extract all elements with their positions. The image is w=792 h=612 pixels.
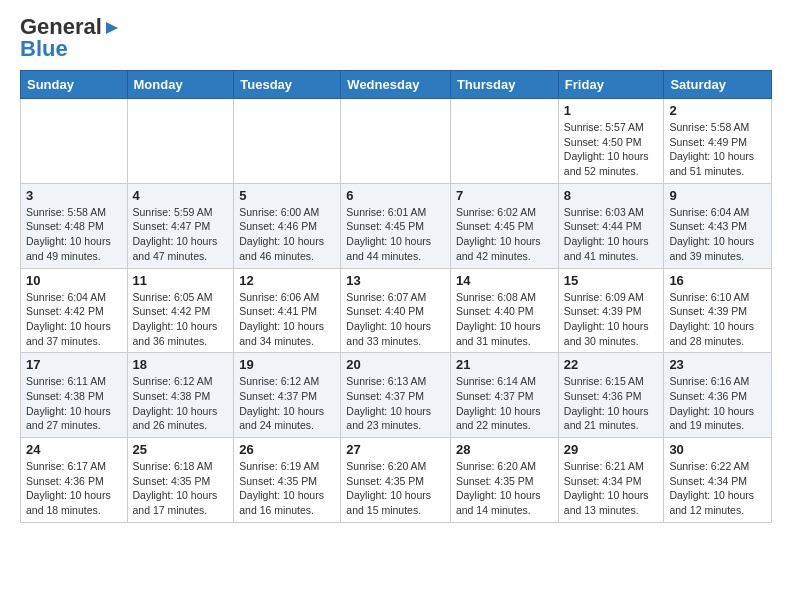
calendar-cell: 8Sunrise: 6:03 AM Sunset: 4:44 PM Daylig… [558,183,664,268]
day-number: 28 [456,442,553,457]
calendar-cell: 28Sunrise: 6:20 AM Sunset: 4:35 PM Dayli… [450,438,558,523]
day-number: 29 [564,442,659,457]
calendar-cell: 21Sunrise: 6:14 AM Sunset: 4:37 PM Dayli… [450,353,558,438]
calendar-cell: 2Sunrise: 5:58 AM Sunset: 4:49 PM Daylig… [664,99,772,184]
calendar-cell: 6Sunrise: 6:01 AM Sunset: 4:45 PM Daylig… [341,183,451,268]
day-info: Sunrise: 6:04 AM Sunset: 4:43 PM Dayligh… [669,205,766,264]
day-number: 9 [669,188,766,203]
calendar-cell: 15Sunrise: 6:09 AM Sunset: 4:39 PM Dayli… [558,268,664,353]
calendar-cell: 19Sunrise: 6:12 AM Sunset: 4:37 PM Dayli… [234,353,341,438]
calendar-cell: 9Sunrise: 6:04 AM Sunset: 4:43 PM Daylig… [664,183,772,268]
calendar-cell: 3Sunrise: 5:58 AM Sunset: 4:48 PM Daylig… [21,183,128,268]
day-info: Sunrise: 6:17 AM Sunset: 4:36 PM Dayligh… [26,459,122,518]
day-info: Sunrise: 6:12 AM Sunset: 4:38 PM Dayligh… [133,374,229,433]
day-number: 17 [26,357,122,372]
weekday-header-wednesday: Wednesday [341,71,451,99]
calendar-cell: 27Sunrise: 6:20 AM Sunset: 4:35 PM Dayli… [341,438,451,523]
day-info: Sunrise: 5:58 AM Sunset: 4:48 PM Dayligh… [26,205,122,264]
calendar-week-row: 24Sunrise: 6:17 AM Sunset: 4:36 PM Dayli… [21,438,772,523]
day-info: Sunrise: 5:57 AM Sunset: 4:50 PM Dayligh… [564,120,659,179]
day-number: 16 [669,273,766,288]
weekday-header-saturday: Saturday [664,71,772,99]
weekday-header-tuesday: Tuesday [234,71,341,99]
calendar-cell: 22Sunrise: 6:15 AM Sunset: 4:36 PM Dayli… [558,353,664,438]
day-number: 1 [564,103,659,118]
calendar-cell: 26Sunrise: 6:19 AM Sunset: 4:35 PM Dayli… [234,438,341,523]
day-number: 8 [564,188,659,203]
calendar-table: SundayMondayTuesdayWednesdayThursdayFrid… [20,70,772,523]
calendar-cell: 4Sunrise: 5:59 AM Sunset: 4:47 PM Daylig… [127,183,234,268]
calendar-cell: 14Sunrise: 6:08 AM Sunset: 4:40 PM Dayli… [450,268,558,353]
calendar-cell: 13Sunrise: 6:07 AM Sunset: 4:40 PM Dayli… [341,268,451,353]
day-info: Sunrise: 6:15 AM Sunset: 4:36 PM Dayligh… [564,374,659,433]
day-number: 14 [456,273,553,288]
header: General Blue [20,16,772,60]
page: General Blue SundayMondayTuesdayWednesda… [0,0,792,539]
day-info: Sunrise: 6:19 AM Sunset: 4:35 PM Dayligh… [239,459,335,518]
calendar-week-row: 3Sunrise: 5:58 AM Sunset: 4:48 PM Daylig… [21,183,772,268]
calendar-header-row: SundayMondayTuesdayWednesdayThursdayFrid… [21,71,772,99]
day-info: Sunrise: 6:21 AM Sunset: 4:34 PM Dayligh… [564,459,659,518]
logo: General Blue [20,16,120,60]
day-info: Sunrise: 6:06 AM Sunset: 4:41 PM Dayligh… [239,290,335,349]
day-number: 19 [239,357,335,372]
day-number: 30 [669,442,766,457]
calendar-cell: 24Sunrise: 6:17 AM Sunset: 4:36 PM Dayli… [21,438,128,523]
calendar-cell: 20Sunrise: 6:13 AM Sunset: 4:37 PM Dayli… [341,353,451,438]
day-info: Sunrise: 6:22 AM Sunset: 4:34 PM Dayligh… [669,459,766,518]
calendar-cell: 5Sunrise: 6:00 AM Sunset: 4:46 PM Daylig… [234,183,341,268]
day-info: Sunrise: 6:16 AM Sunset: 4:36 PM Dayligh… [669,374,766,433]
calendar-cell: 23Sunrise: 6:16 AM Sunset: 4:36 PM Dayli… [664,353,772,438]
day-info: Sunrise: 6:01 AM Sunset: 4:45 PM Dayligh… [346,205,445,264]
calendar-cell: 18Sunrise: 6:12 AM Sunset: 4:38 PM Dayli… [127,353,234,438]
day-number: 26 [239,442,335,457]
day-info: Sunrise: 6:11 AM Sunset: 4:38 PM Dayligh… [26,374,122,433]
weekday-header-friday: Friday [558,71,664,99]
day-number: 7 [456,188,553,203]
weekday-header-sunday: Sunday [21,71,128,99]
day-number: 27 [346,442,445,457]
calendar-cell: 1Sunrise: 5:57 AM Sunset: 4:50 PM Daylig… [558,99,664,184]
day-number: 5 [239,188,335,203]
day-number: 20 [346,357,445,372]
calendar-week-row: 1Sunrise: 5:57 AM Sunset: 4:50 PM Daylig… [21,99,772,184]
calendar-cell [234,99,341,184]
calendar-cell: 12Sunrise: 6:06 AM Sunset: 4:41 PM Dayli… [234,268,341,353]
day-number: 21 [456,357,553,372]
logo-triangle-icon [104,20,120,36]
day-number: 4 [133,188,229,203]
day-info: Sunrise: 6:08 AM Sunset: 4:40 PM Dayligh… [456,290,553,349]
calendar-cell [450,99,558,184]
weekday-header-thursday: Thursday [450,71,558,99]
day-info: Sunrise: 6:10 AM Sunset: 4:39 PM Dayligh… [669,290,766,349]
day-info: Sunrise: 6:04 AM Sunset: 4:42 PM Dayligh… [26,290,122,349]
calendar-cell: 16Sunrise: 6:10 AM Sunset: 4:39 PM Dayli… [664,268,772,353]
day-number: 18 [133,357,229,372]
day-number: 6 [346,188,445,203]
day-info: Sunrise: 6:14 AM Sunset: 4:37 PM Dayligh… [456,374,553,433]
calendar-cell: 17Sunrise: 6:11 AM Sunset: 4:38 PM Dayli… [21,353,128,438]
day-info: Sunrise: 6:12 AM Sunset: 4:37 PM Dayligh… [239,374,335,433]
calendar-cell [341,99,451,184]
day-info: Sunrise: 6:07 AM Sunset: 4:40 PM Dayligh… [346,290,445,349]
day-info: Sunrise: 5:59 AM Sunset: 4:47 PM Dayligh… [133,205,229,264]
day-number: 11 [133,273,229,288]
day-number: 13 [346,273,445,288]
calendar-cell: 7Sunrise: 6:02 AM Sunset: 4:45 PM Daylig… [450,183,558,268]
day-number: 2 [669,103,766,118]
day-info: Sunrise: 6:00 AM Sunset: 4:46 PM Dayligh… [239,205,335,264]
calendar-cell [21,99,128,184]
day-info: Sunrise: 6:20 AM Sunset: 4:35 PM Dayligh… [346,459,445,518]
weekday-header-monday: Monday [127,71,234,99]
day-number: 15 [564,273,659,288]
calendar-cell: 30Sunrise: 6:22 AM Sunset: 4:34 PM Dayli… [664,438,772,523]
day-info: Sunrise: 6:03 AM Sunset: 4:44 PM Dayligh… [564,205,659,264]
calendar-cell: 11Sunrise: 6:05 AM Sunset: 4:42 PM Dayli… [127,268,234,353]
svg-marker-0 [106,22,118,34]
day-info: Sunrise: 6:05 AM Sunset: 4:42 PM Dayligh… [133,290,229,349]
day-number: 25 [133,442,229,457]
calendar-week-row: 10Sunrise: 6:04 AM Sunset: 4:42 PM Dayli… [21,268,772,353]
day-info: Sunrise: 6:13 AM Sunset: 4:37 PM Dayligh… [346,374,445,433]
day-number: 12 [239,273,335,288]
logo-blue-text: Blue [20,38,68,60]
